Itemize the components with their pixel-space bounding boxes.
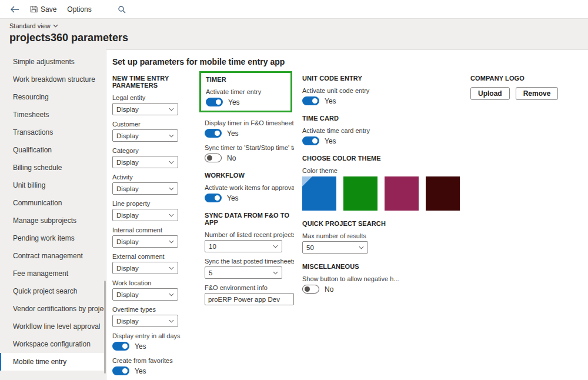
- posted-timesheets-dropdown[interactable]: 5: [205, 266, 282, 279]
- chevron-down-icon: [169, 240, 174, 244]
- sync-timer-toggle[interactable]: [205, 154, 222, 162]
- sidebar-nav: Simple adjustments Work breakdown struct…: [0, 49, 106, 380]
- chevron-down-icon: [169, 319, 174, 323]
- color-swatch-berry[interactable]: [385, 176, 419, 211]
- color-swatch-blue[interactable]: [302, 176, 336, 211]
- sidebar-scrollbar[interactable]: [103, 49, 106, 380]
- internal-comment-dropdown[interactable]: Display: [112, 235, 178, 248]
- field-display-timer-fo: Display timer in F&O timesheet Yes: [205, 119, 294, 138]
- color-swatch-green[interactable]: [343, 176, 377, 211]
- options-button[interactable]: Options: [63, 3, 95, 16]
- sidebar-item-pending-work-items[interactable]: Pending work items: [0, 229, 106, 247]
- color-swatch-dark-maroon[interactable]: [426, 176, 460, 211]
- display-entry-all-days-toggle[interactable]: [112, 342, 129, 351]
- section-title-color-theme: CHOOSE COLOR THEME: [302, 155, 461, 162]
- sidebar-item-workspace-configuration[interactable]: Workspace configuration: [0, 335, 106, 353]
- activate-unit-code-toggle[interactable]: [302, 96, 319, 105]
- activate-work-items-toggle[interactable]: [205, 194, 222, 202]
- line-property-dropdown[interactable]: Display: [112, 209, 178, 221]
- sidebar-item-transactions[interactable]: Transactions: [0, 124, 106, 141]
- back-arrow-icon: [10, 6, 19, 13]
- section-title-unit-code: UNIT CODE ENTRY: [302, 75, 461, 82]
- color-theme-label: Color theme: [302, 167, 461, 174]
- sidebar-item-quick-project-search[interactable]: Quick project search: [0, 282, 106, 300]
- chevron-down-icon: [273, 271, 278, 275]
- chevron-down-icon: [169, 187, 174, 191]
- content-panel: Set up parameters for mobile time entry …: [106, 49, 588, 380]
- field-activate-work-items: Activate work items for approval Yes: [205, 184, 294, 202]
- sidebar-item-work-breakdown-structure[interactable]: Work breakdown structure: [0, 71, 106, 88]
- save-icon: [30, 5, 38, 13]
- environment-info-input[interactable]: [205, 293, 294, 305]
- sidebar-item-vendor-certifications[interactable]: Vendor certifications by project: [0, 300, 106, 318]
- field-environment-info: F&O environment info: [205, 284, 294, 305]
- section-title-company-logo: COMPANY LOGO: [470, 75, 583, 82]
- field-external-comment: External comment Display: [112, 253, 198, 274]
- sidebar-item-communication[interactable]: Communication: [0, 194, 106, 212]
- negative-hours-toggle[interactable]: [302, 285, 319, 294]
- field-max-results: Max number of results 50: [302, 232, 461, 254]
- view-selector-label: Standard view: [9, 22, 51, 29]
- content-heading: Set up parameters for mobile time entry …: [112, 57, 583, 66]
- chevron-down-icon: [169, 293, 174, 296]
- section-unit-code: UNIT CODE ENTRY Activate unit code entry…: [302, 75, 461, 300]
- upload-button[interactable]: Upload: [470, 87, 510, 100]
- view-selector[interactable]: Standard view: [9, 22, 58, 29]
- field-overtime-types: Overtime types Display: [112, 306, 198, 327]
- field-posted-timesheets: Sync the last posted timesheets 5: [205, 258, 294, 279]
- field-internal-comment: Internal comment Display: [112, 226, 198, 248]
- chevron-down-icon: [359, 246, 364, 249]
- section-new-time-entry: NEW TIME ENTRY PARAMETERS Legal entity D…: [112, 75, 198, 380]
- field-line-property: Line property Display: [112, 200, 198, 221]
- field-activate-timer: Activate timer entry Yes: [206, 88, 286, 106]
- sidebar-item-workflow-line-level-approval[interactable]: Workflow line level approval: [0, 318, 106, 335]
- sidebar-scrollbar-thumb[interactable]: [104, 281, 106, 373]
- back-button[interactable]: [6, 4, 24, 15]
- create-from-favorites-toggle[interactable]: [112, 366, 129, 375]
- max-results-dropdown[interactable]: 50: [302, 241, 368, 254]
- sidebar-item-mobile-time-entry[interactable]: Mobile time entry: [0, 353, 106, 371]
- display-timer-fo-toggle[interactable]: [205, 129, 222, 138]
- section-title-workflow: WORKFLOW: [205, 172, 294, 179]
- sidebar-item-unit-billing[interactable]: Unit billing: [0, 176, 106, 194]
- activate-time-card-toggle[interactable]: [302, 136, 319, 145]
- field-activity: Activity Display: [112, 174, 198, 195]
- timer-highlight-box: TIMER Activate timer entry Yes: [199, 71, 292, 112]
- section-title-sync-data: SYNC DATA FROM F&O TO APP: [205, 212, 294, 226]
- customer-dropdown[interactable]: Display: [112, 129, 178, 142]
- category-dropdown[interactable]: Display: [112, 156, 178, 168]
- sidebar-item-qualification[interactable]: Qualification: [0, 141, 106, 159]
- overtime-types-dropdown[interactable]: Display: [112, 315, 178, 327]
- activate-timer-toggle[interactable]: [206, 98, 223, 106]
- field-customer: Customer Display: [112, 121, 198, 142]
- chevron-down-icon: [169, 161, 174, 164]
- section-title-miscellaneous: MISCELLANEOUS: [302, 263, 461, 270]
- section-title-timer: TIMER: [206, 76, 286, 83]
- chevron-down-icon: [169, 134, 174, 138]
- sidebar-item-timesheets[interactable]: Timesheets: [0, 106, 106, 124]
- chevron-down-icon: [169, 214, 174, 217]
- recent-projects-dropdown[interactable]: 10: [205, 240, 282, 252]
- legal-entity-dropdown[interactable]: Display: [112, 103, 178, 115]
- activity-dropdown[interactable]: Display: [112, 182, 178, 195]
- field-activate-time-card: Activate time card entry Yes: [302, 127, 461, 145]
- chevron-down-icon: [273, 245, 278, 248]
- sidebar-item-resourcing[interactable]: Resourcing: [0, 88, 106, 106]
- sidebar-item-simple-adjustments[interactable]: Simple adjustments: [0, 53, 106, 71]
- external-comment-dropdown[interactable]: Display: [112, 262, 178, 274]
- work-location-dropdown[interactable]: Display: [112, 288, 178, 301]
- sidebar-item-fee-management[interactable]: Fee management: [0, 265, 106, 282]
- top-toolbar: Save Options: [0, 0, 588, 19]
- chevron-down-icon: [169, 266, 174, 270]
- sidebar-item-contract-management[interactable]: Contract management: [0, 247, 106, 265]
- save-label: Save: [41, 5, 56, 14]
- page-title: projects360 parameters: [9, 32, 588, 44]
- field-sync-timer: Sync timer to 'Start/Stop time' ta... No: [205, 144, 294, 162]
- remove-button[interactable]: Remove: [516, 87, 559, 100]
- save-button[interactable]: Save: [26, 3, 61, 16]
- section-title-time-card: TIME CARD: [302, 115, 461, 122]
- field-work-location: Work location Display: [112, 279, 198, 301]
- search-button[interactable]: [113, 3, 130, 16]
- sidebar-item-billing-schedule[interactable]: Billing schedule: [0, 159, 106, 176]
- sidebar-item-manage-subprojects[interactable]: Manage subprojects: [0, 212, 106, 229]
